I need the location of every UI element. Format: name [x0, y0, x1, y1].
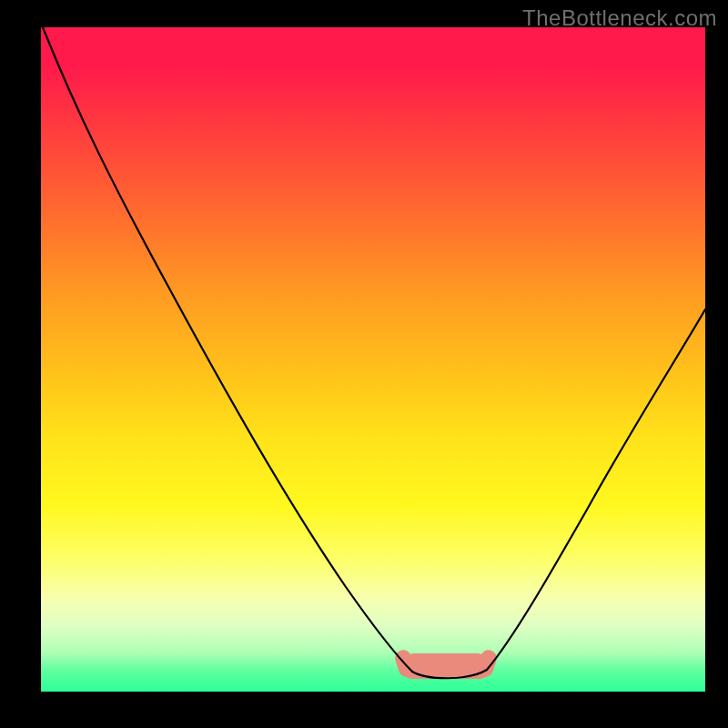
watermark-text: TheBottleneck.com — [522, 5, 717, 31]
plot-area — [41, 27, 705, 692]
chart-frame: TheBottleneck.com — [0, 0, 728, 728]
bottleneck-curve — [41, 27, 705, 692]
